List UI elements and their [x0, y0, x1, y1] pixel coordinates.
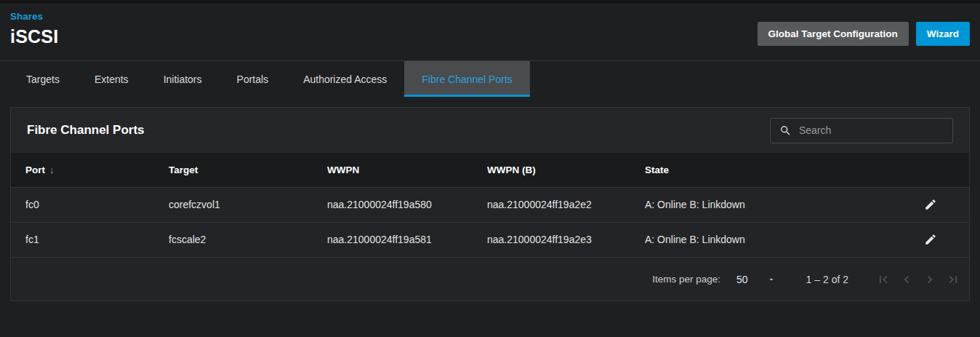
tab-portals[interactable]: Portals: [220, 61, 286, 97]
chevron-left-icon: [899, 272, 914, 287]
global-target-configuration-button[interactable]: Global Target Configuration: [758, 22, 909, 46]
tab-authorized-access[interactable]: Authorized Access: [286, 61, 404, 97]
search-box[interactable]: [770, 118, 953, 143]
first-page-icon: [876, 272, 891, 287]
table-paginator: Items per page: 50 1 – 2 of 2: [11, 257, 969, 301]
fibre-channel-ports-table: Port↓ Target WWPN WWPN (B) State fc0 cor…: [11, 153, 969, 257]
cell-port: fc0: [11, 187, 169, 222]
card-title: Fibre Channel Ports: [27, 123, 145, 138]
tab-extents[interactable]: Extents: [77, 61, 146, 97]
page-header: Shares iSCSI Global Target Configuration…: [0, 4, 980, 60]
pencil-icon: [924, 233, 937, 246]
edit-button[interactable]: [921, 195, 940, 214]
page-title: iSCSI: [10, 26, 58, 47]
tab-targets[interactable]: Targets: [9, 61, 77, 97]
items-per-page-label: Items per page:: [652, 274, 720, 285]
caret-down-icon: [767, 275, 776, 284]
column-header-wwpn-b[interactable]: WWPN (B): [487, 153, 645, 187]
table-row[interactable]: fc1 fcscale2 naa.21000024ff19a581 naa.21…: [11, 222, 969, 257]
table-row[interactable]: fc0 corefczvol1 naa.21000024ff19a580 naa…: [11, 187, 969, 222]
tab-bar: Targets Extents Initiators Portals Autho…: [0, 60, 980, 97]
next-page-button[interactable]: [921, 271, 939, 288]
cell-wwpn: naa.21000024ff19a580: [327, 187, 487, 222]
cell-target: fcscale2: [169, 222, 327, 257]
column-header-wwpn[interactable]: WWPN: [327, 153, 487, 187]
breadcrumb[interactable]: Shares: [10, 11, 43, 22]
cell-wwpn: naa.21000024ff19a581: [327, 222, 487, 257]
column-header-state[interactable]: State: [645, 153, 921, 187]
pencil-icon: [924, 198, 937, 211]
cell-state: A: Online B: Linkdown: [645, 222, 921, 257]
edit-button[interactable]: [921, 230, 940, 249]
fibre-channel-ports-card: Fibre Channel Ports Port↓ Target WWPN WW…: [10, 107, 970, 301]
items-per-page-select[interactable]: 50: [736, 274, 776, 285]
previous-page-button[interactable]: [898, 271, 915, 288]
tab-initiators[interactable]: Initiators: [146, 61, 220, 97]
table-header-row: Port↓ Target WWPN WWPN (B) State: [11, 153, 969, 187]
tab-fibre-channel-ports[interactable]: Fibre Channel Ports: [404, 61, 530, 97]
search-icon: [779, 124, 792, 137]
cell-target: corefczvol1: [169, 187, 327, 222]
cell-wwpn-b: naa.21000024ff19a2e2: [487, 187, 645, 222]
column-header-target[interactable]: Target: [169, 153, 327, 187]
column-header-actions: [921, 153, 969, 187]
chevron-right-icon: [923, 272, 937, 287]
sort-descending-icon: ↓: [49, 164, 55, 175]
items-per-page-value: 50: [736, 274, 748, 285]
first-page-button[interactable]: [875, 271, 892, 288]
cell-state: A: Online B: Linkdown: [645, 187, 921, 222]
cell-port: fc1: [11, 222, 169, 257]
page-range-label: 1 – 2 of 2: [806, 274, 848, 285]
column-header-port[interactable]: Port↓: [11, 153, 169, 187]
wizard-button[interactable]: Wizard: [916, 22, 970, 46]
last-page-icon: [946, 272, 960, 287]
search-input[interactable]: [799, 124, 944, 136]
last-page-button[interactable]: [944, 271, 962, 288]
cell-wwpn-b: naa.21000024ff19a2e3: [487, 222, 645, 257]
